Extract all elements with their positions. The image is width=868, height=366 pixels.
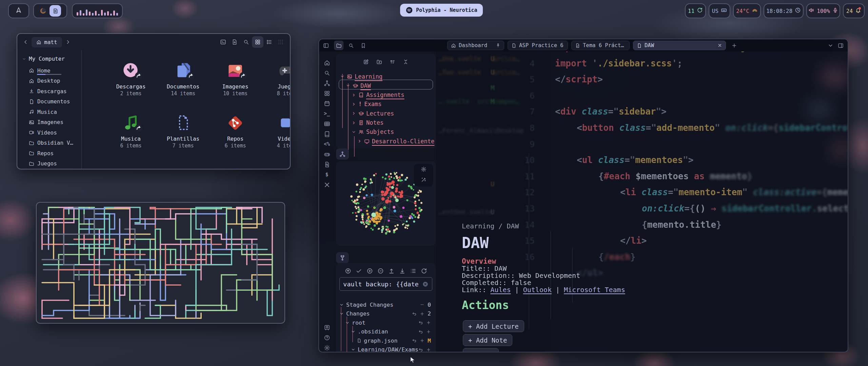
nav-back-button[interactable] [20,36,32,48]
git-plus-icon[interactable] [426,329,431,334]
sidebar-item-partial[interactable] [17,169,81,169]
ribbon-book-icon[interactable] [323,130,331,138]
tree-item-lectures[interactable]: Lectures [352,109,394,118]
tree-item-desarrollo-cliente[interactable]: Desarrollo-Cliente [357,137,434,146]
git-refresh-icon[interactable] [421,268,427,276]
sidebar-item-desktop[interactable]: Desktop [17,76,81,86]
graph-settings-gear-icon[interactable] [421,166,427,174]
search-tab-icon[interactable] [346,41,356,50]
git-row-staged-changes[interactable]: Staged Changes0 [339,300,436,309]
new-file-button[interactable] [229,36,240,48]
ribbon-dollar-icon[interactable]: $ [323,171,331,178]
sidebar-item-imagenes[interactable]: Imagenes [17,117,81,128]
sidebar-item-musica[interactable]: Musica [17,107,81,117]
git-row-learning-daw-exams[interactable]: Learning/DAW/Exams [351,345,436,353]
sidebar-item-obsidian-v-[interactable]: Obsidian V… [17,138,81,148]
git-row-graph-json[interactable]: graph.jsonM [357,336,436,345]
button--add-lecture[interactable]: + Add Lecture [463,320,524,332]
widget-updates[interactable]: 11 [685,3,706,18]
toggle-right-sidebar-icon[interactable] [836,41,845,50]
git-layout-list-icon[interactable] [410,268,416,276]
ribbon-search-icon[interactable] [323,69,331,77]
git-row-changes[interactable]: Changes2 [339,309,436,318]
tab-dashboard[interactable]: Dashboard [447,41,504,50]
git-stage-all-icon[interactable] [367,268,373,276]
close-tab-icon[interactable] [717,43,722,48]
new-note-icon[interactable] [363,59,369,66]
sidebar-item-home[interactable]: Home [17,65,81,76]
button--add-note[interactable]: + Add Note [463,334,512,346]
git-unstage-all-icon[interactable] [377,268,384,276]
git-row--obsidian[interactable]: .obsidian [351,327,436,336]
tree-item-exams[interactable]: !Exams [352,100,381,109]
widget-volume[interactable]: 100% [806,3,840,18]
git-undo-icon[interactable] [412,311,417,316]
sidebar-item-descargas[interactable]: Descargas [17,86,81,97]
folder-item-videos[interactable]: Videos4 items [264,113,291,149]
launcher-button[interactable] [8,3,29,18]
git-backup-icon[interactable] [345,268,351,276]
tree-item-assignments[interactable]: Assignments [352,90,405,100]
link-microsoft-teams[interactable]: Microsoft Teams [564,286,625,294]
widget-clock[interactable]: 18:08:28 [764,3,804,18]
collapse-all-icon[interactable] [403,59,409,66]
tab-asp-practice-6[interactable]: ASP Practice 6 [508,41,568,50]
ribbon-templater-icon[interactable]: <% [323,140,331,148]
folder-item-descargas[interactable]: Descargas2 items [107,61,155,97]
compact-view-button[interactable] [275,36,287,48]
list-view-button[interactable] [263,36,275,48]
clear-message-icon[interactable] [422,281,429,287]
ribbon-file-search-icon[interactable] [323,161,331,168]
tab-daw[interactable]: DAW [633,41,726,50]
folder-item-musica[interactable]: Musica6 items [107,113,155,149]
toggle-left-sidebar-icon[interactable] [321,41,331,50]
git-undo-icon[interactable] [418,320,423,325]
sidebar-item-repos[interactable]: Repos [17,148,81,159]
link-outlook[interactable]: Outlook [523,286,552,294]
sidebar-item-videos[interactable]: Videos [17,127,81,138]
firefox-icon[interactable] [39,7,47,15]
git-pull-icon[interactable] [399,268,406,276]
document-app-icon[interactable] [50,5,61,17]
widget-keyboard-layout[interactable]: US [709,3,730,18]
sidebar-root-my-computer[interactable]: My Computer [17,54,81,65]
media-player-widget[interactable]: Polyphia - Neurotica [400,4,483,17]
ribbon-calendar-icon[interactable] [323,100,331,107]
tab-list-chevron-icon[interactable] [826,41,835,50]
sidebar-item-juegos[interactable]: Juegos [17,159,81,169]
new-tab-button[interactable] [729,41,739,50]
sidebar-item-documentos[interactable]: Documentos [17,97,81,107]
git-undo-icon[interactable] [412,338,417,343]
git-undo-icon[interactable] [418,347,423,352]
git-plus-icon[interactable] [420,338,425,343]
bookmarks-tab-icon[interactable] [358,41,368,50]
nav-forward-button[interactable] [62,36,74,48]
git-undo-icon[interactable] [418,329,423,334]
breadcrumb[interactable]: matt [32,37,62,47]
grid-view-button[interactable] [252,36,263,48]
sort-icon[interactable] [390,59,395,66]
graph-filter-wand-icon[interactable] [421,177,427,184]
git-commit-icon[interactable] [356,268,362,276]
add-action-button-partial[interactable] [463,348,499,352]
note-breadcrumb[interactable]: Learning / DAW [462,222,519,230]
tree-item-notes[interactable]: Notes [352,118,383,127]
ribbon-terminal-icon[interactable]: >_ [323,110,331,117]
widget-notifications[interactable]: 24 [843,3,865,18]
widget-weather[interactable]: 24°C [733,3,761,18]
git-tab-chip[interactable] [336,252,349,263]
tree-item-subjects[interactable]: Subjects [352,127,394,137]
files-tab-icon[interactable] [334,41,343,50]
git-plus-icon[interactable] [426,320,431,325]
ribbon-table-icon[interactable] [323,120,331,127]
link-aules[interactable]: Aules [490,286,511,294]
ribbon-dashboard-icon[interactable] [323,89,331,97]
folder-item-imagenes[interactable]: Imagenes10 items [212,61,259,97]
ribbon-vault-switcher-icon[interactable] [323,324,331,331]
search-button[interactable] [240,36,252,48]
open-terminal-button[interactable] [217,36,229,48]
git-plus-icon[interactable] [426,347,431,352]
git-minus-icon[interactable] [420,302,425,307]
folder-item-repos[interactable]: Repos6 items [212,113,259,149]
ribbon-gamepad-icon[interactable] [323,150,331,158]
